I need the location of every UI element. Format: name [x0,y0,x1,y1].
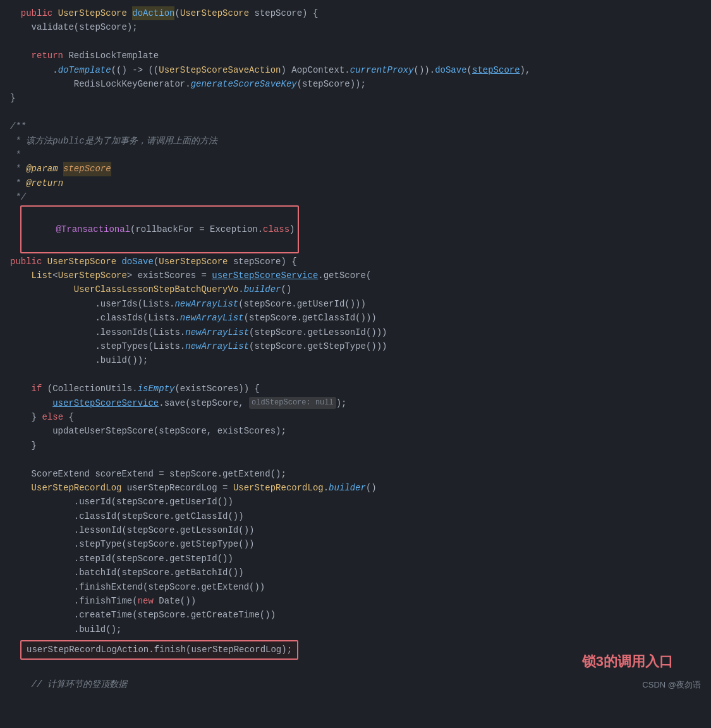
csdn-label: CSDN @夜勿语 [642,679,701,692]
code-text [10,481,32,495]
code-text: UserClassLessonStepBatchQueryVo [74,282,238,296]
code-text: .lessonId(stepScore.getLessonId()) [10,523,254,537]
code-text: .finishExtend(stepScore.getExtend()) [10,580,265,594]
code-text: userStepScoreService [212,269,318,282]
code-text: ()). [414,63,435,77]
code-line: * @return [0,176,711,190]
code-text: (stepScore)); [297,77,366,91]
code-text [10,396,52,410]
code-text: newArrayList [185,325,249,339]
code-line: */ [0,190,711,204]
code-text: > existScores = [127,269,212,282]
code-text: .lessonIds(Lists. [10,325,185,339]
code-text: (stepScore.getUserId())) [238,297,366,311]
annotation-label: 锁3的调用入口 [582,650,673,672]
code-line: .stepType(stepScore.getStepType()) [0,537,711,551]
code-text: (CollectionUtils. [42,382,137,396]
code-text: RedisLockTemplate [63,49,159,63]
code-text: doTemplate [58,63,111,77]
code-text: ( [467,63,472,77]
code-text: RedisLockKeyGenerator. [10,77,191,91]
code-text: (stepScore.getLessonId())) [249,325,387,339]
code-text: /** [10,119,26,133]
code-text [10,382,32,396]
code-text [116,255,121,269]
code-line: UserClassLessonStepBatchQueryVo.builder(… [0,282,711,296]
code-text: .getScore( [318,269,371,282]
code-text: } [10,410,42,424]
code-text: newArrayList [174,297,238,311]
code-text: * [10,162,26,176]
code-text: if [32,382,42,396]
code-line: /** [0,119,711,133]
code-text: (stepScore.getClassId())) [244,311,377,325]
code-text: userStepScoreService [52,396,159,410]
code-text: @return [26,176,63,190]
code-text: validate(stepScore); [10,20,138,34]
code-line: .classIds(Lists.newArrayList(stepScore.g… [0,311,711,325]
code-text: () [281,282,292,296]
code-line: return RedisLockTemplate [0,49,711,63]
code-line [0,35,711,49]
code-text: . [238,282,243,296]
code-text [58,162,63,176]
code-text: newArrayList [185,339,249,353]
code-text: updateUserStepScore(stepScore, existScor… [10,424,286,438]
code-line: public UserStepScore doAction(UserStepSc… [0,6,711,20]
code-line: public UserStepScore doSave(UserStepScor… [0,255,711,269]
code-text [10,282,74,296]
annotation-box: @Transactional(rollbackFor = Exception.c… [20,205,299,253]
code-text [10,49,32,63]
code-text [52,6,58,20]
finish-call-box: userStepRecordLogAction.finish(userStepR… [20,640,298,659]
code-text: UserStepRecordLog [233,481,324,495]
code-text: userStepRecordLog = [121,481,233,495]
code-text: doSave [435,63,466,77]
code-text: .build()); [10,353,148,367]
code-text: generateScoreSaveKey [191,77,297,91]
code-text: ) [289,224,295,234]
code-line: * 该方法public是为了加事务，请调用上面的方法 [0,134,711,148]
code-line: .build(); [0,622,711,636]
code-text: public [10,255,42,269]
code-text: public [52,134,84,148]
code-text: UserStepRecordLog [32,481,122,495]
code-text: ( [154,255,159,269]
code-text: < [52,269,58,282]
code-line: .userIds(Lists.newArrayList(stepScore.ge… [0,297,711,311]
code-text: ) AopContext. [281,63,350,77]
code-text: (() -> (( [111,63,159,77]
code-text: .batchId(stepScore.getBatchId()) [10,566,244,579]
code-line: .finishTime(new Date()) [0,594,711,608]
code-text: * [10,148,21,162]
code-line: .doTemplate(() -> ((UserStepScoreSaveAct… [0,63,711,77]
code-text: ( [174,6,179,20]
code-text: (rollbackFor = Exception. [130,224,263,234]
code-text: () [366,481,377,495]
code-line: RedisLockKeyGenerator.generateScoreSaveK… [0,77,711,91]
code-text: // 计算环节的登顶数据 [10,677,127,691]
code-text: .finishTime( [10,594,138,608]
code-text: .save(stepScore, [159,396,249,410]
code-text: * 该方法 [10,134,52,148]
code-text: UserStepScore [180,6,249,20]
code-text: UserStepScoreSaveAction [159,63,281,77]
code-container: public UserStepScore doAction(UserStepSc… [0,0,711,698]
code-text: UserStepScore [58,269,127,282]
code-line: .finishExtend(stepScore.getExtend()) [0,580,711,594]
code-text: userStepRecordLogAction.finish(userStepR… [27,643,292,657]
code-text: .stepId(stepScore.getStepId()) [10,552,233,566]
code-text: @param [26,162,58,176]
code-text: return [32,49,63,63]
code-text: UserStepScore [159,255,228,269]
code-line: * [0,148,711,162]
code-text: new [138,594,154,608]
code-text: stepScore) { [228,255,297,269]
code-text: stepScore [63,162,111,176]
code-line: * @param stepScore [0,162,711,176]
code-text: builder [244,282,281,296]
code-text: UserStepScore [58,6,127,20]
code-line: .classId(stepScore.getClassId()) [0,509,711,523]
code-text: else [42,410,63,424]
code-text: * [10,176,26,190]
